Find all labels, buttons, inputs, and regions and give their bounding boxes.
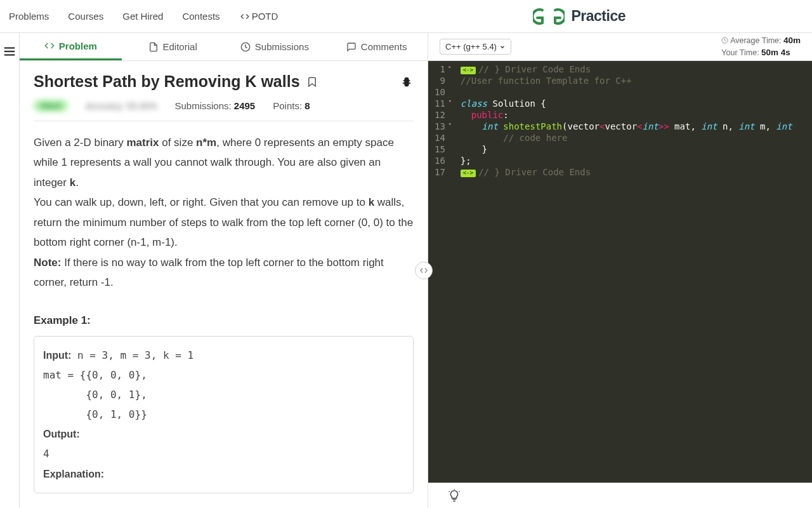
bookmark-icon[interactable] [306,76,318,88]
code-content[interactable]: <->// } Driver Code Ends//User function … [450,61,792,483]
code-icon [44,41,55,51]
problem-title: Shortest Path by Removing K walls [34,72,300,91]
nav-potd[interactable]: POTD [239,11,278,22]
tab-editorial[interactable]: Editorial [122,33,224,60]
problem-meta: Hard Accuracy: 55.00% Submissions: 2495 … [34,100,414,121]
editor-pane: C++ (g++ 5.4) Average Time: 40m Your Tim… [428,33,812,508]
code-editor[interactable]: 191011121314151617 <->// } Driver Code E… [428,61,812,483]
pane-splitter[interactable] [415,262,433,279]
submissions-count: Submissions: 2495 [174,100,255,111]
svg-line-7 [459,491,459,491]
tab-problem[interactable]: Problem [20,33,122,60]
top-nav: Problems Courses Get Hired Contests POTD… [0,0,812,33]
problem-scroll[interactable]: Shortest Path by Removing K walls Hard A… [20,61,428,508]
accuracy-text: Accuracy: 55.00% [86,101,157,111]
sidebar-toggle[interactable] [0,33,19,508]
clock-icon [721,37,728,44]
nav-courses[interactable]: Courses [68,11,103,22]
points-count: Points: 8 [273,100,310,111]
example-box: Input: n = 3, m = 3, k = 1 mat = {{0, 0,… [34,336,414,493]
gfg-logo-icon [533,7,565,26]
hamburger-icon [3,44,16,58]
tab-comments[interactable]: Comments [325,33,428,60]
code-icon [239,12,251,21]
hint-icon[interactable] [447,489,461,503]
nav-contests[interactable]: Contests [182,11,219,22]
bug-icon[interactable] [400,75,414,89]
nav-gethired[interactable]: Get Hired [122,11,163,22]
editor-bottom-bar [428,483,812,508]
editor-toolbar: C++ (g++ 5.4) Average Time: 40m Your Tim… [428,33,812,61]
chevron-down-icon [499,44,506,50]
comment-icon [346,42,357,52]
problem-description: Given a 2-D binary matrix of size n*m, w… [34,133,414,293]
nav-links: Problems Courses Get Hired Contests POTD [9,11,278,22]
problem-pane: Problem Editorial Submissions Comments S… [19,33,428,508]
svg-line-6 [449,491,450,491]
history-icon [240,42,251,52]
document-icon [148,42,159,52]
language-select[interactable]: C++ (g++ 5.4) [440,39,511,55]
timer-display: Average Time: 40m Your Time: 50m 4s [721,35,801,59]
example-heading: Example 1: [34,314,414,327]
problem-tabs: Problem Editorial Submissions Comments [20,33,428,61]
difficulty-badge: Hard [34,100,68,112]
splitter-icon [419,266,428,275]
nav-problems[interactable]: Problems [9,11,49,22]
tab-submissions[interactable]: Submissions [224,33,326,60]
brand-logo[interactable]: Practice [533,7,625,26]
brand-name: Practice [571,8,625,25]
